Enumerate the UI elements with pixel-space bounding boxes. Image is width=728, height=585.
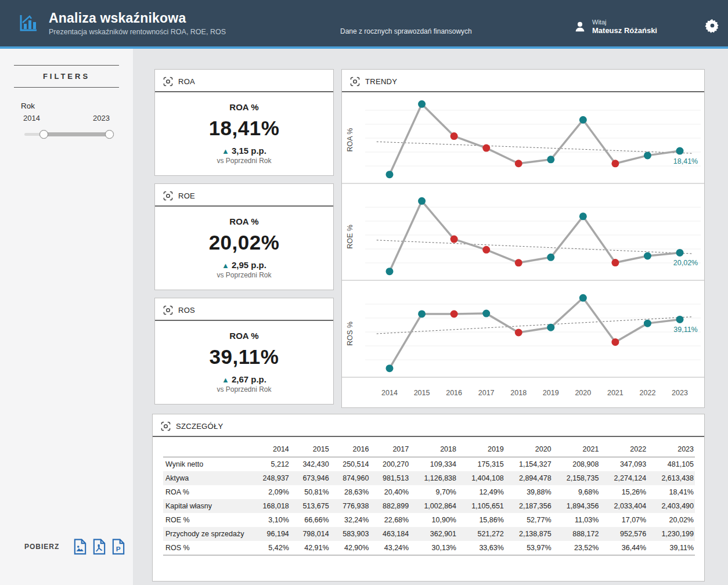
data-point — [515, 160, 522, 167]
table-cell: 2,09% — [250, 485, 290, 499]
data-point — [482, 145, 490, 152]
table-row: Aktywa248,937673,946874,960981,5131,126,… — [163, 471, 695, 485]
app-header: Analiza wskaźnikowa Prezentacja wskaźnik… — [0, 0, 728, 49]
table-cell: 342,430 — [290, 457, 330, 472]
table-cell: 1,126,838 — [410, 471, 457, 485]
table-cell: 2,138,875 — [505, 527, 553, 541]
x-axis-tick-label: 2017 — [478, 389, 495, 397]
settings-gear-icon[interactable] — [705, 18, 720, 33]
table-cell: 66,66% — [290, 513, 330, 527]
download-image-button[interactable] — [73, 539, 87, 555]
table-cell: 39,88% — [505, 485, 553, 499]
y-axis-label: ROA % — [346, 128, 354, 152]
data-point — [451, 132, 458, 140]
filters-heading: FILTERS — [14, 65, 119, 88]
table-cell: 2,613,438 — [647, 471, 695, 485]
download-ppt-button[interactable]: P — [111, 539, 125, 555]
x-axis-tick-label: 2021 — [607, 389, 624, 397]
table-cell: 22,68% — [370, 513, 410, 527]
table-cell: 1,230,199 — [647, 527, 695, 541]
table-cell: 168,018 — [250, 499, 290, 513]
y-axis-label: ROE % — [346, 225, 354, 249]
table-cell: 9,68% — [553, 485, 600, 499]
table-row: ROE %3,10%66,66%32,24%22,68%10,90%15,86%… — [163, 513, 695, 527]
sidebar: FILTERS Rok 2014 2023 POBIERZ — [0, 49, 133, 585]
download-pdf-button[interactable] — [92, 539, 106, 555]
year-column-header: 2018 — [410, 442, 457, 457]
data-point — [418, 100, 426, 108]
trend-line-charts: 18,41%ROA %20,02%ROE %39,11%ROS %2014201… — [342, 93, 704, 409]
kpi-metric-label: ROA % — [229, 102, 258, 112]
kpi-delta: ▲3,15 p.p. — [222, 146, 266, 156]
year-column-header: 2023 — [647, 442, 695, 457]
data-point — [515, 328, 522, 336]
year-column-header: 2019 — [457, 442, 505, 457]
table-cell: 1,002,864 — [410, 499, 457, 513]
data-point — [418, 197, 426, 205]
row-label: Przychody ze sprzedaży — [163, 527, 250, 541]
data-point — [386, 364, 394, 372]
table-cell: 481,105 — [647, 457, 695, 472]
x-axis-tick-label: 2022 — [640, 389, 656, 397]
table-cell: 12,49% — [457, 485, 505, 499]
data-point — [547, 254, 554, 261]
table-cell: 981,513 — [370, 471, 410, 485]
x-axis-tick-label: 2020 — [575, 389, 591, 397]
focus-icon — [163, 191, 173, 201]
year-min-label: 2014 — [23, 114, 40, 122]
download-label: POBIERZ — [24, 543, 59, 551]
slider-selected-range[interactable] — [44, 132, 110, 136]
row-label: Kapitał własny — [163, 499, 250, 513]
year-column-header: 2016 — [330, 442, 370, 457]
row-label: ROE % — [163, 513, 250, 527]
x-axis-tick-label: 2018 — [510, 389, 527, 397]
increase-arrow-icon: ▲ — [222, 147, 229, 156]
data-point — [611, 160, 619, 167]
data-point — [644, 252, 651, 260]
last-value-annotation: 18,41% — [673, 157, 698, 165]
table-cell: 96,194 — [250, 527, 290, 541]
kpi-card-roe: ROE ROA % 20,02% ▲2,95 p.p. vs Poprzedni… — [154, 183, 334, 290]
table-cell: 888,172 — [553, 527, 600, 541]
table-cell: 2,158,735 — [553, 471, 600, 485]
x-axis-tick-label: 2016 — [446, 389, 462, 397]
data-point — [644, 151, 651, 159]
row-label: ROS % — [163, 541, 250, 555]
table-cell: 463,184 — [370, 527, 410, 541]
user-menu[interactable]: Witaj Mateusz Różański — [574, 19, 657, 35]
table-row: Kapitał własny168,018513,675776,938882,8… — [163, 499, 695, 513]
table-cell: 175,315 — [457, 457, 505, 472]
table-header-row: 2014201520162017201820192020202120222023 — [163, 442, 695, 457]
kpi-delta: ▲2,95 p.p. — [222, 260, 266, 270]
slider-handle-min[interactable] — [39, 130, 48, 139]
table-cell: 42,90% — [330, 541, 370, 555]
page-subtitle: Prezentacja wskaźników rentowności ROA, … — [49, 28, 226, 36]
user-name: Mateusz Różański — [592, 26, 657, 35]
table-cell: 33,63% — [457, 541, 505, 555]
year-filter-label: Rok — [21, 102, 133, 110]
table-cell: 5,42% — [250, 541, 290, 555]
table-cell: 250,514 — [330, 457, 370, 472]
table-cell: 1,105,651 — [457, 499, 505, 513]
table-cell: 673,946 — [290, 471, 330, 485]
table-cell: 200,270 — [370, 457, 410, 472]
focus-icon — [350, 77, 360, 86]
table-cell: 776,938 — [330, 499, 370, 513]
panel-title: TRENDY — [365, 77, 397, 86]
panel-title: SZCZEGÓŁY — [176, 422, 223, 431]
page-title: Analiza wskaźnikowa — [49, 10, 226, 26]
kpi-metric-label: ROA % — [229, 331, 258, 341]
year-range-slider[interactable] — [24, 128, 110, 140]
table-cell: 248,937 — [250, 471, 290, 485]
data-point — [482, 246, 490, 254]
slider-handle-max[interactable] — [105, 130, 114, 139]
table-cell: 2,403,490 — [647, 499, 695, 513]
focus-icon — [161, 421, 171, 431]
kpi-delta: ▲2,67 p.p. — [222, 374, 266, 384]
svg-text:P: P — [116, 545, 121, 553]
year-column-header: 2015 — [290, 442, 330, 457]
table-cell: 50,81% — [290, 485, 330, 499]
table-cell: 36,44% — [600, 541, 647, 555]
last-value-annotation: 39,11% — [673, 326, 697, 334]
details-panel: SZCZEGÓŁY 201420152016201720182019202020… — [152, 414, 705, 582]
